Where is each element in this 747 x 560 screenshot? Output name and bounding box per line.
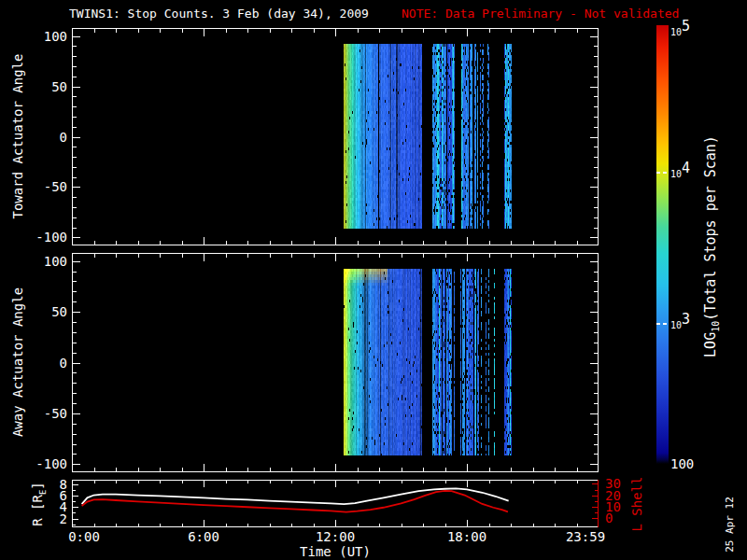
away-y-tick-label: -100 [35,457,67,470]
colorbar-title: LOG10(Total Stops per Scan) [704,135,721,357]
x-tick-label: 23:59 [566,530,605,543]
colorbar-tick-base: 10 [670,320,682,330]
toward-y-tick-label: -50 [44,180,67,193]
colorbar-tick-exponent: 4 [682,160,690,176]
x-tick-label: 6:00 [188,530,219,543]
r-tick-label: 2 [60,512,67,525]
colorbar-title-post: (Total Stops per Scan) [702,135,719,321]
toward-y-tick-label: -100 [35,231,67,244]
colorbar [656,25,669,464]
toward-y-tick-label: 100 [44,30,67,43]
x-tick-label: 18:00 [447,530,486,543]
plot-title: TWINS1: Stop Counts. 3 Feb (day 34), 200… [69,7,369,20]
lshell-axis-title: L Shell [630,476,643,531]
toward-y-tick-label: 0 [60,131,67,144]
r-axis-title-post: ] [30,482,45,489]
colorbar-tick-exponent: 5 [682,18,690,35]
plot-area: TWINS1: Stop Counts. 3 Feb (day 34), 200… [0,0,747,560]
away-y-tick-label: 0 [60,357,67,370]
time-axis-title: Time (UT) [300,545,371,558]
colorbar-tick-label: 104 [670,165,690,180]
colorbar-dash [656,323,669,325]
colorbar-tick-base: 10 [670,169,682,179]
colorbar-tick-exponent: 3 [682,311,690,328]
toward-axis-title: Toward Actuator Angle [11,53,24,218]
colorbar-tick-label: 105 [670,23,690,38]
preliminary-note: NOTE: Data Preliminary - Not validated [402,7,679,20]
toward-spectrogram-canvas [72,28,599,245]
x-tick-label: 0:00 [68,530,100,543]
colorbar-title-pre: LOG [702,332,719,357]
colorbar-tick-base: 100 [670,456,694,471]
toward-y-tick-label: 50 [51,80,67,93]
away-y-tick-label: 100 [44,255,67,268]
date-stamp: 25 Apr 12 [725,497,735,553]
colorbar-title-sub: 10 [711,321,721,332]
r-axis-title-sub: E [38,490,48,495]
colorbar-tick-base: 10 [670,27,682,37]
r-axis-title-pre: R [R [30,495,45,526]
ephemeris-canvas [72,480,599,527]
colorbar-dash [656,172,669,174]
away-y-tick-label: 50 [51,305,67,318]
away-spectrogram-canvas [72,253,599,472]
colorbar-tick-label: 100 [670,456,694,471]
away-y-tick-label: -50 [44,407,67,420]
x-tick-label: 12:00 [316,530,355,543]
away-axis-title: Away Actuator Angle [11,287,24,437]
colorbar-tick-label: 103 [670,316,690,331]
r-axis-title: R [RE] [31,482,48,526]
lshell-tick-label: 0 [605,511,613,525]
